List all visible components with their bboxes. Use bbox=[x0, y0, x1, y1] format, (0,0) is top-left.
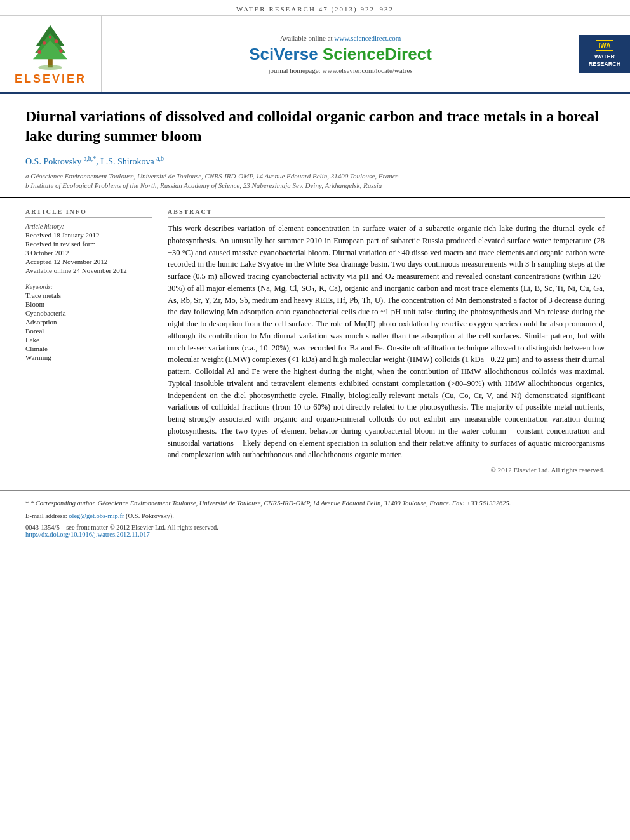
keyword-warming: Warming bbox=[25, 354, 152, 361]
keywords-section: Keywords: Trace metals Bloom Cyanobacter… bbox=[25, 283, 152, 361]
abstract-text: This work describes variation of element… bbox=[168, 223, 605, 461]
two-column-layout: ARTICLE INFO Article history: Received 1… bbox=[0, 198, 630, 484]
email-line: E-mail address: oleg@get.obs-mip.fr (O.S… bbox=[25, 511, 605, 521]
doi-link[interactable]: http://dx.doi.org/10.1016/j.watres.2012.… bbox=[25, 531, 150, 538]
article-title-section: Diurnal variations of dissolved and coll… bbox=[0, 94, 630, 198]
journal-header-text: WATER RESEARCH 47 (2013) 922–932 bbox=[236, 5, 394, 13]
journal-homepage: journal homepage: www.elsevier.com/locat… bbox=[268, 67, 412, 74]
elsevier-logo-area: ELSEVIER bbox=[0, 16, 102, 92]
corresponding-author-note: * * Corresponding author. Géoscience Env… bbox=[25, 498, 605, 509]
accepted-date: Accepted 12 November 2012 bbox=[25, 258, 152, 265]
email-label: E-mail address: bbox=[25, 512, 67, 519]
water-research-badge: IWA WATERRESEARCH bbox=[579, 35, 630, 73]
sciencedirect-link[interactable]: www.sciencedirect.com bbox=[334, 34, 401, 42]
available-online-date: Available online 24 November 2012 bbox=[25, 267, 152, 274]
email-suffix: (O.S. Pokrovsky). bbox=[126, 512, 174, 519]
left-column: ARTICLE INFO Article history: Received 1… bbox=[25, 208, 152, 474]
footer-issn: 0043-1354/$ – see front matter © 2012 El… bbox=[25, 524, 605, 531]
keywords-label: Keywords: bbox=[25, 283, 152, 290]
affiliation-b: b Institute of Ecological Problems of th… bbox=[25, 182, 605, 189]
keyword-trace-metals: Trace metals bbox=[25, 291, 152, 299]
svg-point-9 bbox=[48, 36, 51, 39]
svg-point-8 bbox=[59, 49, 63, 53]
affiliation-a: a Géoscience Environnement Toulouse, Uni… bbox=[25, 172, 605, 180]
sciverse-title: SciVerse ScienceDirect bbox=[249, 44, 432, 64]
svg-point-1 bbox=[38, 65, 62, 70]
copyright-line: © 2012 Elsevier Ltd. All rights reserved… bbox=[168, 466, 605, 474]
journal-header: WATER RESEARCH 47 (2013) 922–932 bbox=[0, 0, 630, 16]
footer-section: * * Corresponding author. Géoscience Env… bbox=[0, 490, 630, 544]
email-link[interactable]: oleg@get.obs-mip.fr bbox=[69, 512, 124, 519]
footer-doi: http://dx.doi.org/10.1016/j.watres.2012.… bbox=[25, 531, 605, 538]
elsevier-label: ELSEVIER bbox=[15, 72, 86, 86]
received-date: Received 18 January 2012 bbox=[25, 231, 152, 239]
keyword-lake: Lake bbox=[25, 336, 152, 343]
keyword-bloom: Bloom bbox=[25, 300, 152, 308]
history-label: Article history: bbox=[25, 223, 152, 230]
available-online-text: Available online at www.sciencedirect.co… bbox=[280, 34, 401, 42]
svg-point-7 bbox=[37, 50, 41, 54]
abstract-heading: ABSTRACT bbox=[168, 208, 605, 218]
revised-label: Received in revised form bbox=[25, 240, 152, 248]
svg-point-5 bbox=[42, 41, 46, 45]
right-column: ABSTRACT This work describes variation o… bbox=[168, 208, 605, 474]
article-info-heading: ARTICLE INFO bbox=[25, 208, 152, 218]
keyword-climate: Climate bbox=[25, 345, 152, 352]
publisher-banner: ELSEVIER Available online at www.science… bbox=[0, 16, 630, 94]
revised-date: 3 October 2012 bbox=[25, 249, 152, 257]
footnote-star: * bbox=[25, 500, 30, 507]
keyword-boreal: Boreal bbox=[25, 327, 152, 335]
iwa-logo: IWA bbox=[596, 40, 614, 51]
keyword-adsorption: Adsorption bbox=[25, 318, 152, 326]
elsevier-tree-icon bbox=[16, 22, 86, 70]
authors: O.S. Pokrovsky a,b,*, L.S. Shirokova a,b bbox=[25, 155, 605, 167]
article-history: Article history: Received 18 January 201… bbox=[25, 223, 152, 274]
corresponding-author-text: * Corresponding author. Géoscience Envir… bbox=[30, 500, 511, 507]
keyword-cyanobacteria: Cyanobacteria bbox=[25, 309, 152, 317]
article-title: Diurnal variations of dissolved and coll… bbox=[25, 107, 605, 146]
water-research-text: WATERRESEARCH bbox=[589, 53, 621, 68]
svg-point-6 bbox=[54, 39, 58, 43]
sciverse-area: Available online at www.sciencedirect.co… bbox=[102, 28, 579, 81]
